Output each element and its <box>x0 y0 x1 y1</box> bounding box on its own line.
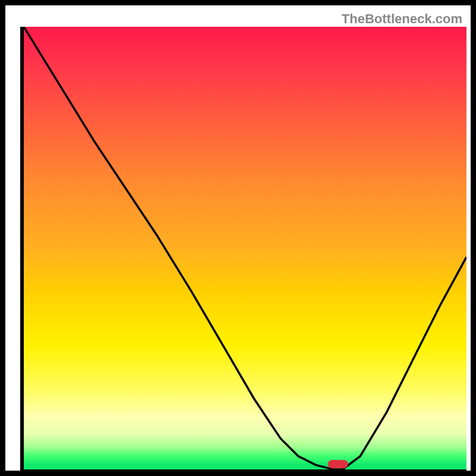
bottleneck-curve <box>24 27 466 469</box>
plot-area <box>20 27 466 473</box>
watermark-text: TheBottleneck.com <box>342 11 462 27</box>
curve-svg <box>24 27 466 469</box>
chart-frame: TheBottleneck.com <box>5 5 471 471</box>
optimal-marker <box>328 460 348 468</box>
